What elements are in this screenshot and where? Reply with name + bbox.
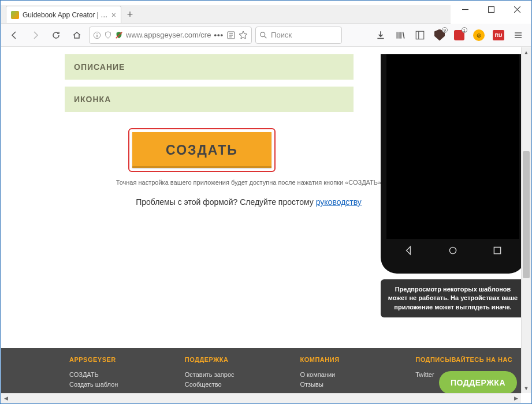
- browser-tab[interactable]: Guidebook App Creator | Creat… ×: [6, 6, 121, 23]
- footer-heading-appsgeyser: APPSGEYSER: [69, 356, 185, 363]
- back-button[interactable]: [6, 27, 23, 44]
- android-back-icon: [403, 245, 414, 256]
- window-maximize-button[interactable]: [478, 1, 504, 17]
- window-close-button[interactable]: [504, 1, 530, 17]
- svg-rect-4: [416, 31, 424, 39]
- downloads-button[interactable]: [373, 27, 389, 43]
- library-button[interactable]: [392, 27, 408, 43]
- ublock-extension-icon[interactable]: 9: [431, 27, 448, 43]
- svg-point-5: [449, 247, 456, 253]
- scroll-right-icon[interactable]: ▶: [511, 394, 521, 403]
- svg-rect-6: [494, 247, 500, 253]
- svg-rect-0: [489, 6, 494, 12]
- new-tab-button[interactable]: +: [121, 6, 139, 23]
- adblock-extension-icon[interactable]: 1: [451, 27, 467, 43]
- tab-close-icon[interactable]: ×: [111, 10, 116, 20]
- search-placeholder: Поиск: [271, 31, 292, 39]
- footer-link[interactable]: Сообщество: [185, 381, 300, 388]
- svg-point-3: [261, 32, 265, 36]
- footer-link[interactable]: Отзывы: [300, 381, 416, 388]
- url-bar[interactable]: www.appsgeyser.com/cre •••: [89, 27, 252, 44]
- window-minimize-button[interactable]: [452, 1, 478, 17]
- tab-strip: Guidebook App Creator | Creat… × +: [1, 5, 451, 24]
- search-icon: [259, 31, 267, 39]
- reader-icon[interactable]: [226, 31, 236, 40]
- emoji-extension-icon[interactable]: ☺: [471, 27, 487, 43]
- footer-heading-support: ПОДДЕРЖКА: [185, 356, 300, 363]
- footer-heading-subscribe: ПОДПИСЫВАЙТЕСЬ НА НАС: [415, 356, 531, 363]
- footer-link[interactable]: Оставить запрос: [185, 371, 300, 378]
- scroll-down-icon[interactable]: ▼: [522, 383, 531, 393]
- home-button[interactable]: [68, 27, 85, 44]
- android-recent-icon: [492, 245, 503, 256]
- footer-link[interactable]: СОЗДАТЬ: [69, 371, 185, 378]
- reload-button[interactable]: [47, 27, 65, 44]
- info-icon: [93, 31, 101, 39]
- phone-screen: [386, 54, 519, 239]
- android-home-icon: [448, 245, 458, 256]
- tab-title: Guidebook App Creator | Creat…: [23, 11, 108, 19]
- create-highlight: СОЗДАТЬ: [128, 128, 276, 172]
- bookmark-star-icon[interactable]: [239, 31, 248, 40]
- shield-icon: [104, 31, 112, 39]
- footer-heading-company: КОМПАНИЯ: [300, 356, 416, 363]
- favicon-icon: [11, 11, 19, 19]
- scroll-thumb[interactable]: [523, 151, 530, 278]
- preview-warning: Предпросмотр некоторых шаблонов может не…: [381, 279, 525, 317]
- footer-link[interactable]: Создать шаблон: [69, 381, 185, 388]
- scroll-left-icon[interactable]: ◀: [1, 394, 11, 403]
- vertical-scrollbar[interactable]: ▲ ▼: [521, 47, 531, 393]
- phone-navbar: [386, 239, 519, 262]
- page-actions-icon[interactable]: •••: [214, 31, 224, 39]
- forward-button[interactable]: [27, 27, 44, 44]
- footer-link[interactable]: О компании: [300, 371, 416, 378]
- section-description[interactable]: ОПИСАНИЕ: [65, 54, 354, 80]
- app-menu-button[interactable]: [510, 27, 526, 43]
- scroll-up-icon[interactable]: ▲: [522, 47, 531, 57]
- sidebar-button[interactable]: [412, 27, 428, 43]
- create-button[interactable]: СОЗДАТЬ: [132, 132, 271, 168]
- ru-extension-icon[interactable]: RU: [490, 27, 507, 43]
- guide-link[interactable]: руководству: [316, 197, 362, 207]
- horizontal-scrollbar[interactable]: ◀ ▶: [1, 393, 521, 403]
- section-icon[interactable]: ИКОНКА: [65, 87, 354, 112]
- tracking-blocked-icon: [115, 31, 123, 39]
- search-bar[interactable]: Поиск: [255, 27, 342, 44]
- support-chat-button[interactable]: ПОДДЕРЖКА: [439, 371, 517, 393]
- url-text: www.appsgeyser.com/cre: [126, 31, 211, 39]
- navbar: www.appsgeyser.com/cre ••• Поиск 9 1 ☺ R…: [1, 24, 531, 47]
- phone-preview: [381, 54, 525, 274]
